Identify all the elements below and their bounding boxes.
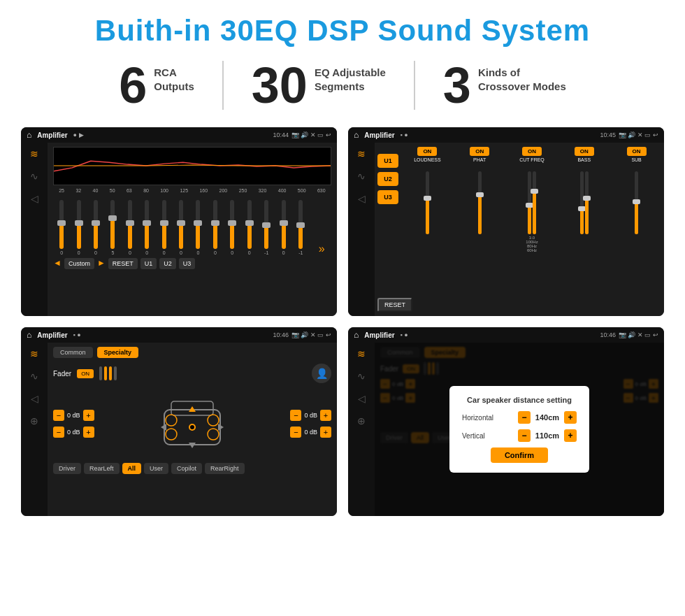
eq-slider-4: 0 [128,200,132,255]
screen2-status-icons: 📷 🔊 ✕ ▭ ↩ [619,131,658,138]
home-icon-4[interactable]: ⌂ [354,330,359,340]
page-title: Buith-in 30EQ DSP Sound System [21,14,664,48]
s4-vol-icon[interactable]: ◁ [358,393,366,404]
preset-u1[interactable]: U1 [377,154,398,168]
db-row-lb: − 0 dB + [53,427,94,438]
confirm-btn[interactable]: Confirm [491,447,548,463]
eq-slider-1: 0 [77,200,81,255]
eq-main-area: 2532 4050 6380 100125 160200 250320 4005… [48,143,337,316]
screen4-left-nav: ≋ ∿ ◁ ⊕ [348,343,375,516]
car-area: − 0 dB + − 0 dB + [53,389,331,459]
screen3-speaker: ⌂ Amplifier ▪ ● 10:46 📷 🔊 ✕ ▭ ↩ ≋ ∿ ◁ ⊕ … [21,327,337,516]
s2-vol-icon[interactable]: ◁ [358,193,366,204]
db-rb-minus[interactable]: − [290,427,301,438]
s2-wave-icon[interactable]: ∿ [357,171,366,182]
custom-btn[interactable]: Custom [64,258,94,269]
dialog-vertical-row: Vertical − 110cm + [462,429,577,442]
s3-expand-icon[interactable]: ⊕ [30,415,38,427]
screen3-main: Common Specialty Fader ON 👤 [48,343,337,516]
fader-on-btn[interactable]: ON [77,369,94,378]
loudness-slider1[interactable] [426,171,429,234]
screen2-amp: ⌂ Amplifier ▪ ● 10:45 📷 🔊 ✕ ▭ ↩ ≋ ∿ ◁ U1 [348,127,664,316]
wave-nav-icon[interactable]: ∿ [30,171,38,182]
cutfreq-freq-labels: 3.0100Hz80Hz60Hz [526,236,538,252]
db-lt-minus[interactable]: − [53,410,64,421]
db-rt-value: 0 dB [304,412,317,419]
home-icon[interactable]: ⌂ [27,130,31,140]
screen3-dots: ▪ ● [73,331,81,338]
h-minus-btn[interactable]: − [518,411,531,424]
vol-nav-icon[interactable]: ◁ [31,193,38,204]
btn-all[interactable]: All [122,463,142,474]
dialog-box: Car speaker distance setting Horizontal … [449,386,589,473]
dialog-title: Car speaker distance setting [462,396,577,404]
v-minus-btn[interactable]: − [518,429,531,442]
db-rt-plus[interactable]: + [320,410,331,421]
stat-eq-label: EQ AdjustableSegments [315,66,386,93]
bass-on-btn[interactable]: ON [575,147,594,156]
eq-slider-13: 0 [282,200,286,255]
u1-btn[interactable]: U1 [140,258,157,269]
screen1-body: ≋ ∿ ◁ [21,143,337,316]
screen2-reset-btn[interactable]: RESET [377,298,412,312]
db-lb-plus[interactable]: + [83,427,94,438]
more-arrow-icon[interactable]: » [319,243,325,255]
preset-u2[interactable]: U2 [377,172,398,186]
sub-on-btn[interactable]: ON [627,147,647,156]
screen3-left-nav: ≋ ∿ ◁ ⊕ [21,343,48,516]
phat-slider[interactable] [478,171,482,234]
db-lb-minus[interactable]: − [53,427,64,438]
dialog-horizontal-row: Horizontal − 140cm + [462,411,577,424]
db-row-rt: − 0 dB + [290,410,331,421]
page-wrapper: Buith-in 30EQ DSP Sound System 6 RCAOutp… [0,0,685,530]
u3-btn[interactable]: U3 [179,258,196,269]
u2-btn[interactable]: U2 [159,258,176,269]
home-icon-2[interactable]: ⌂ [354,130,359,140]
v-plus-btn[interactable]: + [564,429,577,442]
h-plus-btn[interactable]: + [564,411,577,424]
s4-expand-icon[interactable]: ⊕ [357,415,366,427]
bass-slider2[interactable] [585,171,589,234]
btn-driver[interactable]: Driver [53,463,81,474]
sub-slider[interactable] [635,171,638,234]
s2-eq-icon[interactable]: ≋ [357,148,366,159]
screen4-dialog: ⌂ Amplifier ▪ ● 10:46 📷 🔊 ✕ ▭ ↩ ≋ ∿ ◁ ⊕ [348,327,664,516]
btn-copilot[interactable]: Copilot [171,463,202,474]
stat-rca-number: 6 [119,60,147,110]
btn-rearleft[interactable]: RearLeft [84,463,120,474]
eq-slider-7: 0 [179,200,183,255]
right-db-controls: − 0 dB + − 0 dB + [290,410,331,438]
bass-slider1[interactable] [580,171,584,234]
eq-nav-icon[interactable]: ≋ [30,148,38,159]
s3-wave-icon[interactable]: ∿ [30,371,38,382]
home-icon-3[interactable]: ⌂ [27,330,31,340]
loudness-on-btn[interactable]: ON [417,147,437,156]
preset-u3[interactable]: U3 [377,190,398,204]
tab-specialty[interactable]: Specialty [97,347,139,358]
btn-user[interactable]: User [144,463,168,474]
eq-slider-14: -1 [298,200,303,255]
cutfreq-on-btn[interactable]: ON [522,147,542,156]
prev-arrow[interactable]: ◄ [53,258,62,269]
db-lb-value: 0 dB [67,429,80,436]
reset-btn[interactable]: RESET [108,258,138,269]
db-rb-plus[interactable]: + [320,427,331,438]
btn-rearright[interactable]: RearRight [205,463,245,474]
fader-row: Fader ON 👤 [53,364,331,383]
s4-wave-icon[interactable]: ∿ [357,371,366,382]
s3-eq-icon[interactable]: ≋ [30,348,38,359]
cutfreq-slider2[interactable] [533,171,536,234]
person-icon[interactable]: 👤 [312,364,331,383]
s3-vol-icon[interactable]: ◁ [31,393,38,404]
db-lt-plus[interactable]: + [83,410,94,421]
db-rt-minus[interactable]: − [290,410,301,421]
dialog-v-controls: − 110cm + [518,429,577,442]
tab-common[interactable]: Common [53,347,93,358]
stat-crossover-label: Kinds ofCrossover Modes [478,66,566,93]
s4-eq-icon[interactable]: ≋ [357,348,366,359]
screen1-app-title: Amplifier [37,131,67,139]
cutfreq-slider1[interactable] [528,171,531,234]
phat-on-btn[interactable]: ON [470,147,489,156]
next-arrow[interactable]: ► [97,258,106,269]
stat-crossover: 3 Kinds ofCrossover Modes [415,60,594,110]
